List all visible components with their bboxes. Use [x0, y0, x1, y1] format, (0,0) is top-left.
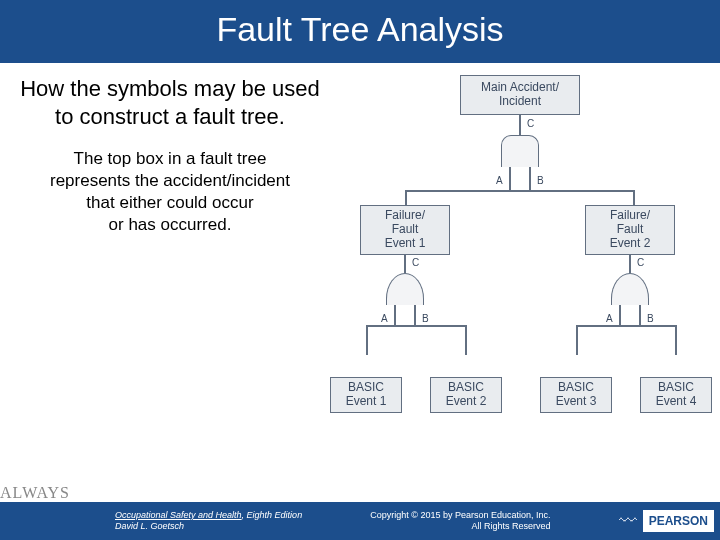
text-column: How the symbols may be used to construct… — [20, 75, 320, 435]
pearson-text: PEARSON — [643, 510, 714, 532]
basic-event-1-box: BASIC Event 1 — [330, 377, 402, 413]
label-a: A — [606, 313, 613, 324]
and-gate-icon — [501, 135, 539, 167]
subheading: How the symbols may be used to construct… — [20, 75, 320, 130]
label-c: C — [527, 118, 534, 129]
slide-title: Fault Tree Analysis — [0, 0, 720, 63]
label-b: B — [537, 175, 544, 186]
book-credit: Occupational Safety and Health, Eighth E… — [115, 510, 302, 532]
pearson-swoosh-icon: 〰 — [619, 511, 637, 532]
credit-title: Occupational Safety and Health — [115, 510, 242, 520]
fault-tree-diagram: Main Accident/ Incident C A B Failure/ F… — [330, 75, 712, 435]
footer-bar: Occupational Safety and Health, Eighth E… — [0, 502, 720, 540]
label-b: B — [422, 313, 429, 324]
or-gate-icon — [386, 273, 424, 305]
content-area: How the symbols may be used to construct… — [0, 63, 720, 435]
failure-event-2-box: Failure/ Fault Event 2 — [585, 205, 675, 255]
label-c: C — [412, 257, 419, 268]
body-text: The top box in a fault tree represents t… — [20, 148, 320, 236]
label-a: A — [496, 175, 503, 186]
label-c: C — [637, 257, 644, 268]
failure-event-1-box: Failure/ Fault Event 1 — [360, 205, 450, 255]
copyright-text: Copyright © 2015 by Pearson Education, I… — [370, 510, 550, 532]
always-text: ALWAYS — [0, 484, 110, 502]
pearson-logo: 〰 PEARSON — [619, 510, 714, 532]
label-a: A — [381, 313, 388, 324]
basic-event-2-box: BASIC Event 2 — [430, 377, 502, 413]
main-accident-box: Main Accident/ Incident — [460, 75, 580, 115]
or-gate-icon — [611, 273, 649, 305]
basic-event-4-box: BASIC Event 4 — [640, 377, 712, 413]
basic-event-3-box: BASIC Event 3 — [540, 377, 612, 413]
label-b: B — [647, 313, 654, 324]
